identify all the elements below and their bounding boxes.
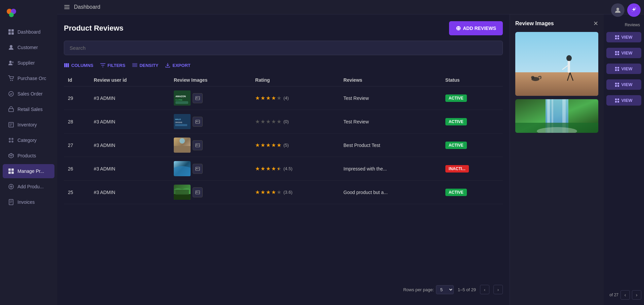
view-label-3: VIEW xyxy=(621,66,632,71)
menu-icon[interactable] xyxy=(64,4,70,10)
svg-rect-86 xyxy=(617,99,619,100)
manage-icon xyxy=(8,168,14,174)
svg-rect-56 xyxy=(568,61,570,73)
sidebar-item-sales-order[interactable]: Sales Order xyxy=(3,87,54,101)
view-button-2[interactable]: VIEW xyxy=(606,48,641,58)
user-avatar-button[interactable] xyxy=(611,3,625,17)
image-view-button[interactable] xyxy=(193,164,203,174)
image-view-button[interactable] xyxy=(193,93,203,103)
svg-rect-13 xyxy=(9,109,13,112)
thumbnail: AMAZONCLONE xyxy=(174,90,191,106)
svg-rect-6 xyxy=(11,32,14,35)
cell-id: 29 xyxy=(64,86,90,110)
svg-rect-21 xyxy=(8,171,11,174)
search-input[interactable] xyxy=(64,41,503,55)
prev-page-button[interactable]: ‹ xyxy=(480,285,489,294)
cell-images: AMAZONCLONE xyxy=(170,86,251,110)
svg-rect-73 xyxy=(615,51,617,53)
thumbnail xyxy=(174,161,191,176)
plus-icon: ⊕ xyxy=(456,25,461,32)
view-button-4[interactable]: VIEW xyxy=(606,79,641,90)
sidebar-item-dashboard[interactable]: Dashboard xyxy=(3,25,54,39)
filters-button[interactable]: FILTERS xyxy=(100,63,125,68)
sidebar-item-invoices[interactable]: Invoices xyxy=(3,195,54,209)
density-label: DENSITY xyxy=(139,63,158,68)
table-row: 28 #3 ADMIN HALOORIGINS xyxy=(64,110,503,134)
col-user-id: Review user id xyxy=(90,74,170,86)
image-view-button[interactable] xyxy=(193,187,203,197)
cell-user-id: #3 ADMIN xyxy=(90,86,170,110)
sidebar-item-supplier[interactable]: Supplier xyxy=(3,56,54,70)
svg-rect-25 xyxy=(64,63,66,67)
svg-text:ORIGINS: ORIGINS xyxy=(175,121,183,123)
svg-rect-78 xyxy=(617,67,619,69)
grid-icon-2 xyxy=(615,51,619,55)
svg-point-61 xyxy=(531,76,534,79)
panel-image-2 xyxy=(515,99,598,133)
svg-point-41 xyxy=(179,138,185,144)
sidebar-item-add-product[interactable]: Add Produ... xyxy=(3,180,54,194)
svg-rect-37 xyxy=(175,124,187,126)
logo-icon xyxy=(5,7,17,19)
cell-id: 25 xyxy=(64,181,90,204)
supplier-icon xyxy=(8,60,14,66)
sidebar-item-purchase-order[interactable]: Purchase Orc xyxy=(3,71,54,85)
sidebar-item-products-label: Products xyxy=(17,153,36,158)
cell-review-text: Impressed with the... xyxy=(339,157,441,181)
svg-rect-50 xyxy=(175,190,189,195)
rows-select[interactable]: 5 10 25 xyxy=(436,285,454,294)
panel-next-button[interactable]: › xyxy=(632,290,641,300)
thumbnail xyxy=(174,138,191,153)
category-icon xyxy=(8,137,14,143)
svg-rect-54 xyxy=(515,72,598,96)
add-reviews-label: ADD REVIEWS xyxy=(463,26,496,31)
cell-rating: ★ ★ ★ ★ ★ (5) xyxy=(251,134,339,157)
sidebar-item-products[interactable]: Products xyxy=(3,149,54,163)
sidebar-item-inventory[interactable]: Inventory xyxy=(3,118,54,132)
topbar-title: Dashboard xyxy=(74,4,100,10)
cell-images xyxy=(170,157,251,181)
panel-title: Review Images xyxy=(515,21,554,27)
cell-user-id: #3 ADMIN xyxy=(90,181,170,204)
cell-images xyxy=(170,134,251,157)
svg-rect-22 xyxy=(11,171,14,174)
cell-status: ACTIVE xyxy=(441,181,503,204)
view-button-1[interactable]: VIEW xyxy=(606,32,641,42)
sidebar-item-dashboard-label: Dashboard xyxy=(17,29,41,35)
next-page-button[interactable]: › xyxy=(493,285,503,294)
density-button[interactable]: DENSITY xyxy=(132,63,158,68)
view-label-1: VIEW xyxy=(621,35,632,40)
image-view-button[interactable] xyxy=(193,117,203,127)
close-panel-button[interactable]: ✕ xyxy=(593,20,598,27)
cart-icon xyxy=(8,75,14,81)
products-icon xyxy=(8,153,14,159)
cell-status: INACTI... xyxy=(441,157,503,181)
cell-images: HALOORIGINS xyxy=(170,110,251,134)
grid-icon xyxy=(615,35,619,39)
sparkle-icon xyxy=(631,7,637,13)
sidebar-item-retail-sales[interactable]: Retail Sales xyxy=(3,102,54,116)
columns-button[interactable]: COLUMNS xyxy=(64,63,93,68)
svg-point-16 xyxy=(11,138,13,140)
svg-rect-83 xyxy=(615,85,617,87)
ai-assistant-button[interactable] xyxy=(627,3,641,17)
cell-review-text: Test Review xyxy=(339,86,441,110)
view-button-3[interactable]: VIEW xyxy=(606,64,641,74)
view-button-5[interactable]: VIEW xyxy=(606,95,641,106)
sidebar-item-customer[interactable]: Customer xyxy=(3,40,54,54)
svg-rect-80 xyxy=(617,69,619,71)
add-reviews-button[interactable]: ⊕ ADD REVIEWS xyxy=(449,21,503,35)
panel-prev-button[interactable]: ‹ xyxy=(620,290,630,300)
svg-rect-49 xyxy=(174,194,191,200)
export-button[interactable]: EXPORT xyxy=(165,63,190,68)
right-actions-panel: Reviews VIEW VIEW VIEW VIEW VIEW xyxy=(604,14,644,305)
table-wrapper: Id Review user id Review Images Rating R… xyxy=(64,74,503,281)
sidebar-item-manage-products[interactable]: Manage Pr... xyxy=(3,164,54,178)
cell-user-id: #3 ADMIN xyxy=(90,110,170,134)
sidebar-item-category[interactable]: Category xyxy=(3,133,54,147)
svg-rect-87 xyxy=(615,101,617,103)
user-icon xyxy=(614,7,621,13)
image-view-button[interactable] xyxy=(193,140,203,150)
thumbnail: HALOORIGINS xyxy=(174,114,191,129)
sidebar-item-add-product-label: Add Produ... xyxy=(17,184,44,189)
